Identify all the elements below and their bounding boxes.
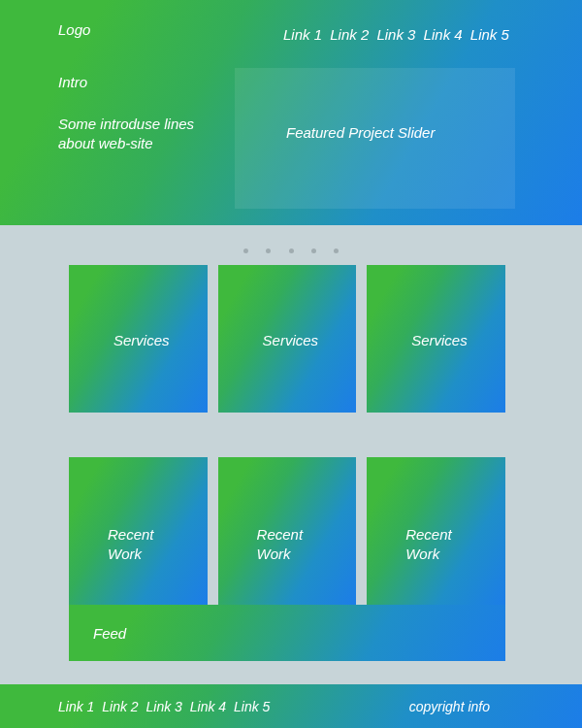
row-gap	[69, 423, 505, 447]
slider-dot[interactable]	[266, 248, 271, 253]
services-label: Services	[263, 331, 319, 350]
slider-dot[interactable]	[243, 248, 248, 253]
footer-link-1[interactable]: Link 1	[58, 699, 94, 714]
footer-link-4[interactable]: Link 4	[190, 699, 226, 714]
recent-work-card[interactable]: Recent Work	[367, 457, 505, 605]
featured-label: Featured Project Slider	[286, 123, 514, 143]
services-label: Services	[113, 331, 170, 350]
services-card[interactable]: Services	[218, 265, 357, 413]
nav-link-2[interactable]: Link 2	[330, 26, 369, 43]
nav-link-4[interactable]: Link 4	[424, 26, 463, 43]
featured-project-slider[interactable]: Featured Project Slider	[235, 68, 515, 209]
nav-link-1[interactable]: Link 1	[283, 26, 322, 43]
recent-work-label: Recent Work	[257, 525, 325, 565]
slider-dot[interactable]	[334, 248, 339, 253]
slider-dot[interactable]	[311, 248, 316, 253]
footer-link-5[interactable]: Link 5	[234, 699, 270, 714]
top-nav: Link 1 Link 2 Link 3 Link 4 Link 5	[283, 26, 513, 43]
hero-section: Logo Intro Some introduse lines about we…	[0, 0, 582, 225]
footer-link-2[interactable]: Link 2	[102, 699, 138, 714]
nav-link-3[interactable]: Link 3	[376, 26, 415, 43]
services-card[interactable]: Services	[69, 265, 208, 413]
services-label: Services	[411, 331, 468, 350]
feed-label: Feed	[93, 625, 126, 642]
slider-pagination	[0, 240, 582, 257]
footer: Link 1 Link 2 Link 3 Link 4 Link 5 copyr…	[0, 684, 582, 728]
recent-work-label: Recent Work	[405, 525, 473, 565]
intro-description: Some introduse lines about web-site	[58, 115, 223, 154]
recent-work-card[interactable]: Recent Work	[218, 457, 357, 605]
slider-dot[interactable]	[289, 248, 294, 253]
footer-link-3[interactable]: Link 3	[146, 699, 182, 714]
intro-title: Intro	[58, 74, 87, 90]
logo[interactable]: Logo	[58, 21, 90, 38]
copyright-info: copyright info	[409, 699, 490, 714]
recent-work-label: Recent Work	[108, 525, 176, 565]
recent-work-card[interactable]: Recent Work	[69, 457, 208, 605]
footer-nav: Link 1 Link 2 Link 3 Link 4 Link 5	[58, 699, 274, 714]
nav-link-5[interactable]: Link 5	[470, 26, 509, 43]
feed-section[interactable]: Feed	[69, 605, 505, 661]
services-card[interactable]: Services	[367, 265, 505, 413]
card-grid: Services Services Services Recent Work R…	[69, 265, 505, 605]
